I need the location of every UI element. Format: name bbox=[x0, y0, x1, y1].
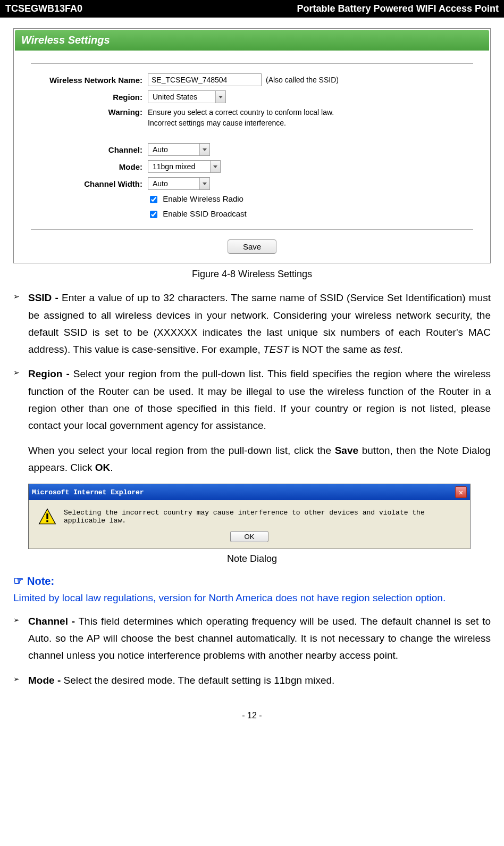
enable-radio-label: Enable Wireless Radio bbox=[163, 194, 243, 203]
ssid-note: (Also called the SSID) bbox=[266, 76, 339, 84]
checkbox-icon[interactable] bbox=[150, 196, 157, 203]
region-select[interactable]: United States bbox=[148, 90, 226, 103]
bullet-mode-body: Select the desired mode. The default set… bbox=[61, 675, 334, 686]
ssid-input[interactable] bbox=[148, 73, 262, 86]
enable-ssid-label: Enable SSID Broadcast bbox=[163, 209, 247, 218]
bullet-ssid-test2: test bbox=[384, 344, 400, 355]
region-para2a: When you select your local region from t… bbox=[28, 445, 335, 456]
enable-radio-checkbox[interactable]: Enable Wireless Radio bbox=[148, 194, 243, 205]
region-label: Region: bbox=[31, 93, 148, 102]
doc-title: Portable Battery Powered WIFI Access Poi… bbox=[297, 3, 499, 14]
ssid-label: Wireless Network Name: bbox=[31, 76, 148, 85]
warning-text: Ensure you select a correct country to c… bbox=[148, 107, 360, 128]
close-icon[interactable]: ✕ bbox=[455, 486, 467, 498]
bullet-ssid-mid: is NOT the same as bbox=[289, 344, 384, 355]
note-heading: ☞Note: bbox=[13, 574, 491, 588]
warning-icon bbox=[38, 508, 56, 526]
doc-code: TCSEGWB13FA0 bbox=[5, 3, 82, 14]
mode-value: 11bgn mixed bbox=[148, 161, 210, 172]
checkbox-icon[interactable] bbox=[150, 211, 157, 218]
enable-ssid-checkbox[interactable]: Enable SSID Broadcast bbox=[148, 209, 247, 220]
bullet-ssid-test1: TEST bbox=[263, 344, 289, 355]
panel-title: Wireless Settings bbox=[15, 30, 489, 51]
region-para2: When you select your local region from t… bbox=[28, 442, 491, 477]
wireless-settings-panel: Wireless Settings Wireless Network Name:… bbox=[13, 28, 491, 263]
bullet-mode-title: Mode - bbox=[28, 675, 61, 686]
chevron-down-icon bbox=[199, 178, 209, 189]
region-para2-ok: OK bbox=[95, 462, 111, 473]
bullet-region-body: Select your region from the pull-down li… bbox=[28, 368, 491, 431]
page-header: TCSEGWB13FA0 Portable Battery Powered WI… bbox=[0, 0, 504, 18]
bullet-ssid-title: SSID - bbox=[28, 292, 58, 303]
bullet-channel-title: Channel - bbox=[28, 616, 75, 627]
bullet-region: Region - Select your region from the pul… bbox=[13, 366, 491, 434]
cwidth-label: Channel Width: bbox=[31, 179, 148, 188]
channel-width-select[interactable]: Auto bbox=[148, 177, 210, 190]
bullet-ssid-body: Enter a value of up to 32 characters. Th… bbox=[28, 292, 491, 355]
chevron-down-icon bbox=[199, 144, 209, 155]
note-heading-text: Note: bbox=[27, 575, 54, 587]
page-number: - 12 - bbox=[0, 704, 504, 727]
region-value: United States bbox=[148, 91, 215, 103]
bullet-mode: Mode - Select the desired mode. The defa… bbox=[13, 672, 491, 689]
channel-label: Channel: bbox=[31, 145, 148, 154]
svg-rect-2 bbox=[46, 520, 48, 522]
note-dialog: Microsoft Internet Explorer ✕ Selecting … bbox=[28, 484, 471, 549]
region-para2c: . bbox=[110, 462, 113, 473]
pointing-hand-icon: ☞ bbox=[13, 574, 24, 587]
mode-select[interactable]: 11bgn mixed bbox=[148, 160, 221, 173]
svg-rect-1 bbox=[46, 513, 48, 519]
cwidth-value: Auto bbox=[148, 178, 199, 189]
warning-label: Warning: bbox=[31, 107, 148, 117]
chevron-down-icon bbox=[215, 91, 225, 103]
region-para2-save: Save bbox=[335, 445, 358, 456]
dialog-caption: Note Dialog bbox=[13, 553, 491, 565]
chevron-down-icon bbox=[210, 161, 220, 172]
dialog-title-text: Microsoft Internet Explorer bbox=[32, 488, 144, 496]
dialog-ok-button[interactable]: OK bbox=[230, 531, 269, 542]
channel-select[interactable]: Auto bbox=[148, 143, 210, 156]
dialog-message: Selecting the incorrect country may caus… bbox=[64, 509, 460, 525]
figure-caption: Figure 4-8 Wireless Settings bbox=[13, 269, 491, 280]
bullet-ssid-end: . bbox=[400, 344, 402, 355]
bullet-channel: Channel - This field determines which op… bbox=[13, 613, 491, 665]
bullet-region-title: Region - bbox=[28, 368, 70, 379]
save-button[interactable]: Save bbox=[228, 239, 276, 254]
bullet-ssid: SSID - Enter a value of up to 32 charact… bbox=[13, 289, 491, 358]
channel-value: Auto bbox=[148, 144, 199, 155]
bullet-channel-body: This field determines which operating fr… bbox=[28, 616, 491, 661]
note-body: Limited by local law regulations, versio… bbox=[13, 590, 491, 606]
mode-label: Mode: bbox=[31, 162, 148, 171]
